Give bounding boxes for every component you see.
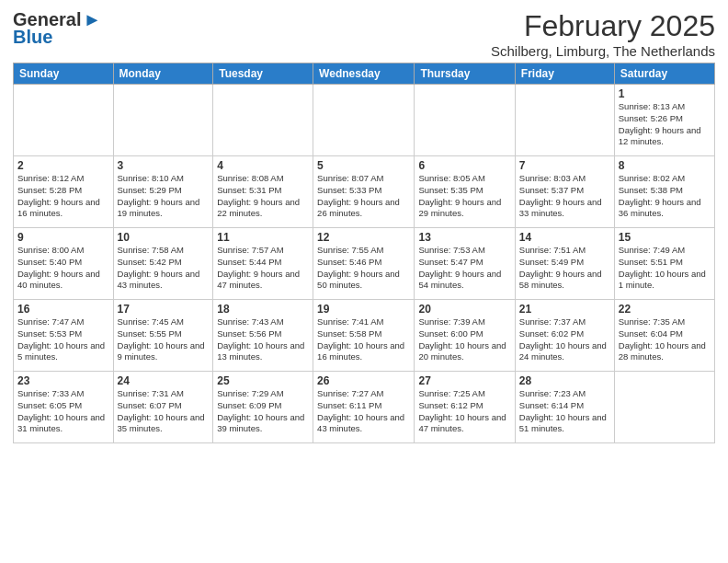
day-info: Sunrise: 7:58 AM Sunset: 5:42 PM Dayligh… — [118, 245, 210, 292]
calendar-cell: 10Sunrise: 7:58 AM Sunset: 5:42 PM Dayli… — [113, 228, 213, 300]
day-number: 16 — [17, 303, 109, 316]
calendar-cell: 22Sunrise: 7:35 AM Sunset: 6:04 PM Dayli… — [614, 300, 714, 372]
month-title: February 2025 — [491, 9, 715, 43]
day-number: 2 — [17, 159, 109, 172]
day-info: Sunrise: 8:13 AM Sunset: 5:26 PM Dayligh… — [619, 101, 711, 148]
calendar-cell: 13Sunrise: 7:53 AM Sunset: 5:47 PM Dayli… — [415, 228, 515, 300]
day-number: 1 — [619, 87, 711, 100]
day-info: Sunrise: 7:43 AM Sunset: 5:56 PM Dayligh… — [217, 316, 309, 363]
calendar-table: SundayMondayTuesdayWednesdayThursdayFrid… — [13, 63, 715, 443]
day-number: 7 — [519, 159, 610, 172]
calendar-cell: 20Sunrise: 7:39 AM Sunset: 6:00 PM Dayli… — [415, 300, 515, 372]
day-info: Sunrise: 7:47 AM Sunset: 5:53 PM Dayligh… — [17, 316, 109, 363]
calendar-cell: 18Sunrise: 7:43 AM Sunset: 5:56 PM Dayli… — [213, 300, 313, 372]
day-info: Sunrise: 7:29 AM Sunset: 6:09 PM Dayligh… — [217, 388, 309, 435]
weekday-header-monday: Monday — [113, 63, 213, 85]
day-number: 15 — [619, 231, 711, 244]
calendar-cell — [415, 85, 515, 156]
day-number: 27 — [418, 374, 510, 387]
week-row-2: 9Sunrise: 8:00 AM Sunset: 5:40 PM Daylig… — [14, 228, 715, 300]
logo-icon: ► — [83, 9, 101, 30]
calendar-cell — [313, 85, 415, 156]
day-info: Sunrise: 8:00 AM Sunset: 5:40 PM Dayligh… — [17, 245, 109, 292]
calendar-cell — [515, 85, 614, 156]
title-block: February 2025 Schilberg, Limburg, The Ne… — [491, 9, 715, 59]
day-number: 17 — [118, 303, 210, 316]
day-number: 18 — [217, 303, 309, 316]
calendar-cell: 6Sunrise: 8:05 AM Sunset: 5:35 PM Daylig… — [415, 156, 515, 228]
day-info: Sunrise: 7:49 AM Sunset: 5:51 PM Dayligh… — [619, 245, 711, 292]
day-info: Sunrise: 7:53 AM Sunset: 5:47 PM Dayligh… — [418, 245, 510, 292]
day-number: 19 — [317, 303, 410, 316]
calendar-cell: 25Sunrise: 7:29 AM Sunset: 6:09 PM Dayli… — [213, 372, 313, 443]
week-row-0: 1Sunrise: 8:13 AM Sunset: 5:26 PM Daylig… — [14, 85, 715, 156]
calendar-cell: 17Sunrise: 7:45 AM Sunset: 5:55 PM Dayli… — [113, 300, 213, 372]
calendar-cell: 26Sunrise: 7:27 AM Sunset: 6:11 PM Dayli… — [313, 372, 415, 443]
calendar-cell: 16Sunrise: 7:47 AM Sunset: 5:53 PM Dayli… — [14, 300, 114, 372]
day-number: 22 — [619, 303, 711, 316]
calendar-cell: 14Sunrise: 7:51 AM Sunset: 5:49 PM Dayli… — [515, 228, 614, 300]
calendar-cell: 23Sunrise: 7:33 AM Sunset: 6:05 PM Dayli… — [14, 372, 114, 443]
weekday-header-friday: Friday — [515, 63, 614, 85]
calendar-cell: 3Sunrise: 8:10 AM Sunset: 5:29 PM Daylig… — [113, 156, 213, 228]
day-number: 4 — [217, 159, 309, 172]
day-info: Sunrise: 7:33 AM Sunset: 6:05 PM Dayligh… — [17, 388, 109, 435]
day-info: Sunrise: 8:10 AM Sunset: 5:29 PM Dayligh… — [118, 173, 210, 220]
calendar-cell: 27Sunrise: 7:25 AM Sunset: 6:12 PM Dayli… — [415, 372, 515, 443]
day-info: Sunrise: 8:07 AM Sunset: 5:33 PM Dayligh… — [317, 173, 410, 220]
weekday-header-sunday: Sunday — [14, 63, 114, 85]
logo: General ► Blue — [13, 9, 101, 48]
weekday-header-wednesday: Wednesday — [313, 63, 415, 85]
day-info: Sunrise: 7:27 AM Sunset: 6:11 PM Dayligh… — [317, 388, 410, 435]
day-number: 25 — [217, 374, 309, 387]
day-info: Sunrise: 7:31 AM Sunset: 6:07 PM Dayligh… — [118, 388, 210, 435]
day-number: 8 — [619, 159, 711, 172]
calendar-cell: 1Sunrise: 8:13 AM Sunset: 5:26 PM Daylig… — [614, 85, 714, 156]
page-container: General ► Blue February 2025 Schilberg, … — [0, 0, 728, 453]
calendar-cell: 2Sunrise: 8:12 AM Sunset: 5:28 PM Daylig… — [14, 156, 114, 228]
calendar-cell — [113, 85, 213, 156]
day-info: Sunrise: 7:35 AM Sunset: 6:04 PM Dayligh… — [619, 316, 711, 363]
location: Schilberg, Limburg, The Netherlands — [491, 43, 715, 59]
day-info: Sunrise: 7:23 AM Sunset: 6:14 PM Dayligh… — [519, 388, 610, 435]
calendar-cell — [14, 85, 114, 156]
weekday-header-row: SundayMondayTuesdayWednesdayThursdayFrid… — [14, 63, 715, 85]
calendar-cell: 4Sunrise: 8:08 AM Sunset: 5:31 PM Daylig… — [213, 156, 313, 228]
calendar-cell: 11Sunrise: 7:57 AM Sunset: 5:44 PM Dayli… — [213, 228, 313, 300]
week-row-3: 16Sunrise: 7:47 AM Sunset: 5:53 PM Dayli… — [14, 300, 715, 372]
day-number: 20 — [418, 303, 510, 316]
day-number: 10 — [118, 231, 210, 244]
day-number: 11 — [217, 231, 309, 244]
day-info: Sunrise: 8:08 AM Sunset: 5:31 PM Dayligh… — [217, 173, 309, 220]
calendar-cell: 9Sunrise: 8:00 AM Sunset: 5:40 PM Daylig… — [14, 228, 114, 300]
day-info: Sunrise: 8:05 AM Sunset: 5:35 PM Dayligh… — [418, 173, 510, 220]
day-info: Sunrise: 8:12 AM Sunset: 5:28 PM Dayligh… — [17, 173, 109, 220]
day-number: 23 — [17, 374, 109, 387]
day-number: 28 — [519, 374, 610, 387]
day-info: Sunrise: 7:41 AM Sunset: 5:58 PM Dayligh… — [317, 316, 410, 363]
day-number: 21 — [519, 303, 610, 316]
day-number: 5 — [317, 159, 410, 172]
day-info: Sunrise: 7:51 AM Sunset: 5:49 PM Dayligh… — [519, 245, 610, 292]
day-number: 24 — [118, 374, 210, 387]
day-info: Sunrise: 7:45 AM Sunset: 5:55 PM Dayligh… — [118, 316, 210, 363]
calendar-cell: 5Sunrise: 8:07 AM Sunset: 5:33 PM Daylig… — [313, 156, 415, 228]
day-number: 12 — [317, 231, 410, 244]
day-info: Sunrise: 7:57 AM Sunset: 5:44 PM Dayligh… — [217, 245, 309, 292]
calendar-cell: 24Sunrise: 7:31 AM Sunset: 6:07 PM Dayli… — [113, 372, 213, 443]
calendar-cell — [213, 85, 313, 156]
calendar-cell — [614, 372, 714, 443]
day-number: 14 — [519, 231, 610, 244]
day-info: Sunrise: 7:37 AM Sunset: 6:02 PM Dayligh… — [519, 316, 610, 363]
day-number: 26 — [317, 374, 410, 387]
day-number: 6 — [418, 159, 510, 172]
calendar-cell: 21Sunrise: 7:37 AM Sunset: 6:02 PM Dayli… — [515, 300, 614, 372]
day-number: 3 — [118, 159, 210, 172]
calendar-cell: 28Sunrise: 7:23 AM Sunset: 6:14 PM Dayli… — [515, 372, 614, 443]
weekday-header-saturday: Saturday — [614, 63, 714, 85]
day-number: 13 — [418, 231, 510, 244]
day-number: 9 — [17, 231, 109, 244]
day-info: Sunrise: 7:25 AM Sunset: 6:12 PM Dayligh… — [418, 388, 510, 435]
week-row-1: 2Sunrise: 8:12 AM Sunset: 5:28 PM Daylig… — [14, 156, 715, 228]
calendar-cell: 7Sunrise: 8:03 AM Sunset: 5:37 PM Daylig… — [515, 156, 614, 228]
